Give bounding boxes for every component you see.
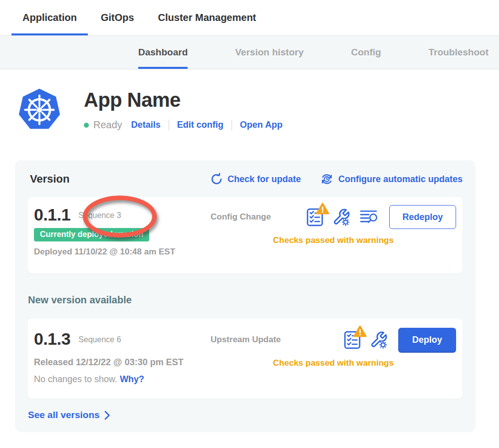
new-version-card: 0.1.3 Sequence 6 Released 12/12/22 @ 03:… [28, 319, 463, 399]
released-timestamp: Released 12/12/22 @ 03:30 pm EST [34, 357, 211, 368]
version-panel: Version Check for update [15, 160, 476, 432]
tab-application[interactable]: Application [11, 0, 88, 35]
edit-config-wrench-icon[interactable] [332, 208, 350, 226]
warning-triangle-icon [316, 203, 329, 215]
new-version-number: 0.1.3 [34, 329, 70, 349]
why-link[interactable]: Why? [120, 374, 144, 384]
warning-triangle-icon [353, 325, 367, 338]
primary-nav: Application GitOps Cluster Management [0, 0, 499, 36]
deploy-button[interactable]: Deploy [398, 328, 456, 352]
app-title: App Name [84, 89, 282, 111]
tab-cluster-management[interactable]: Cluster Management [147, 0, 267, 35]
view-diff-icon[interactable] [359, 209, 379, 225]
status-ready-dot [84, 123, 89, 128]
app-status-row: Ready Details Edit config Open App [84, 119, 282, 131]
tab-gitops[interactable]: GitOps [90, 0, 145, 35]
open-app-link[interactable]: Open App [240, 120, 282, 130]
tab-config[interactable]: Config [351, 36, 381, 69]
edit-config-link[interactable]: Edit config [177, 120, 224, 130]
details-link[interactable]: Details [131, 120, 161, 130]
tab-troubleshoot[interactable]: Troubleshoot [429, 36, 489, 69]
panel-title: Version [30, 173, 69, 186]
check-for-update-link[interactable]: Check for update [210, 173, 301, 186]
checks-status-text: Checks passed with warnings [211, 235, 456, 245]
no-changes-text: No changes to show. [34, 374, 117, 384]
divider [169, 120, 169, 131]
current-version-number: 0.1.1 [34, 205, 70, 224]
redeploy-button[interactable]: Redeploy [389, 205, 456, 229]
version-source-label: Config Change [211, 212, 271, 222]
tab-dashboard[interactable]: Dashboard [138, 36, 188, 69]
preflight-checklist-icon[interactable] [306, 207, 324, 227]
current-version-sequence: Sequence 3 [78, 209, 121, 220]
new-version-heading: New version available [28, 294, 463, 306]
checks-status-text: Checks passed with warnings [211, 358, 456, 368]
status-badge: Ready [93, 119, 122, 131]
currently-deployed-badge: Currently deployed version [34, 228, 149, 241]
new-version-sequence: Sequence 6 [78, 333, 121, 344]
see-all-versions-link[interactable]: See all versions [28, 410, 110, 421]
kubernetes-logo [16, 88, 62, 134]
refresh-icon [210, 173, 223, 186]
version-source-label: Upstream Update [211, 335, 281, 345]
auto-update-clock-icon [320, 172, 334, 186]
configure-automatic-updates-link[interactable]: Configure automatic updates [320, 172, 463, 186]
preflight-checklist-icon[interactable] [343, 330, 361, 350]
deployed-timestamp: Deployed 11/10/22 @ 10:48 am EST [34, 247, 211, 257]
app-header: App Name Ready Details Edit config Open … [16, 88, 499, 134]
edit-config-wrench-icon[interactable] [370, 331, 388, 349]
divider [232, 120, 232, 131]
app-sub-nav: Dashboard Version history Config Trouble… [0, 36, 499, 69]
chevron-right-icon [104, 411, 110, 420]
current-version-card: 0.1.1 Sequence 3 Currently deployed vers… [28, 197, 463, 273]
tab-version-history[interactable]: Version history [235, 36, 303, 69]
